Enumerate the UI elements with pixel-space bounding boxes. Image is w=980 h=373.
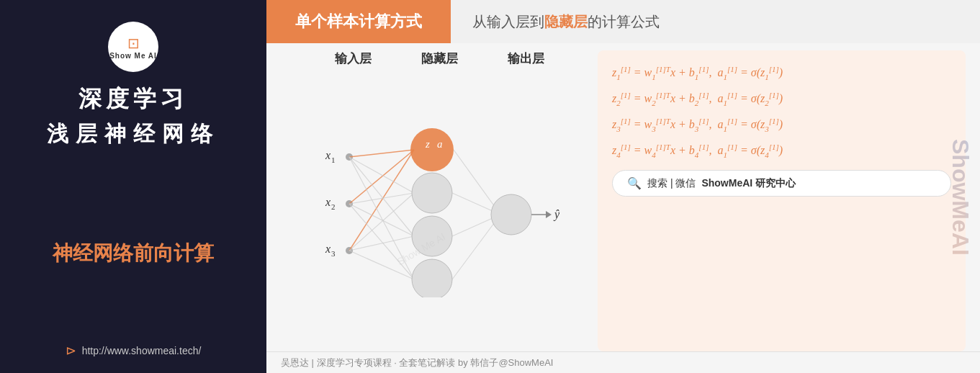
tab-inactive-prefix: 从输入层到: [472, 12, 544, 32]
nn-svg-container: x 1 x 2 x 3: [281, 67, 583, 351]
search-icon: 🔍: [627, 176, 642, 190]
tab-inactive[interactable]: 从输入层到隐藏层的计算公式: [451, 0, 980, 43]
svg-line-15: [349, 157, 414, 236]
logo-icon: ⊡: [127, 35, 140, 52]
svg-text:1: 1: [331, 156, 336, 164]
formula-line-2: z2[1] = w2[1]Tx + b2[1], a1[1] = σ(z2[1]…: [612, 89, 951, 109]
title-main: 深度学习: [78, 84, 188, 115]
formula-line-4: z4[1] = w4[1]Tx + b4[1], a1[1] = σ(z4[1]…: [612, 141, 951, 161]
label-output: 输出层: [508, 50, 544, 67]
logo-circle: ⊡ Show Me AI: [108, 22, 158, 72]
svg-text:x: x: [325, 196, 331, 208]
svg-text:ŷ: ŷ: [553, 208, 560, 221]
formula-line-1: z1[1] = w1[1]Tx + b1[1], a1[1] = σ(z1[1]…: [612, 63, 951, 84]
label-input: 输入层: [335, 50, 372, 67]
logo-area: ⊡ Show Me AI 深度学习 浅层神经网络: [47, 22, 220, 149]
title-highlight: 神经网络前向计算: [53, 240, 214, 267]
svg-line-11: [349, 150, 414, 251]
footer-text: 吴恩达 | 深度学习专项课程 · 全套笔记解读 by 韩信子@ShowMeAI: [281, 356, 553, 369]
cursor-icon: ⊳: [66, 343, 76, 359]
tab-inactive-highlight: 隐藏层: [544, 12, 588, 32]
svg-line-9: [349, 150, 414, 157]
tab-header: 单个样本计算方式 从输入层到隐藏层的计算公式: [266, 0, 980, 43]
website-text: http://www.showmeai.tech/: [82, 345, 202, 356]
right-panel: 单个样本计算方式 从输入层到隐藏层的计算公式 输入层 隐藏层 输出层 x 1 x…: [266, 0, 980, 373]
website-row[interactable]: ⊳ http://www.showmeai.tech/: [66, 343, 202, 359]
nn-labels: 输入层 隐藏层 输出层: [281, 50, 583, 67]
svg-text:2: 2: [331, 202, 336, 211]
logo-text: Show Me AI: [109, 52, 157, 60]
title-sub: 浅层神经网络: [47, 120, 220, 149]
main-content: 输入层 隐藏层 输出层 x 1 x 2 x 3: [266, 43, 980, 351]
svg-text:z: z: [425, 138, 430, 150]
svg-line-17: [349, 236, 414, 251]
tab-inactive-suffix: 的计算公式: [588, 12, 660, 32]
svg-point-26: [412, 259, 452, 297]
svg-point-31: [491, 194, 531, 235]
svg-text:x: x: [325, 243, 331, 255]
svg-text:3: 3: [331, 249, 336, 258]
left-panel: ⊡ Show Me AI 深度学习 浅层神经网络 神经网络前向计算 ⊳ http…: [0, 0, 266, 373]
nn-svg: x 1 x 2 x 3: [281, 67, 569, 297]
svg-marker-33: [546, 211, 552, 218]
svg-point-24: [412, 173, 452, 213]
search-bar[interactable]: 🔍 搜索 | 微信 ShowMeAI 研究中心: [612, 170, 951, 197]
nn-diagram: 输入层 隐藏层 输出层 x 1 x 2 x 3: [281, 50, 583, 351]
tab-active[interactable]: 单个样本计算方式: [266, 0, 451, 43]
svg-line-16: [349, 204, 414, 236]
svg-line-10: [349, 150, 414, 204]
search-label: 搜索 | 微信: [647, 177, 696, 190]
formula-line-3: z3[1] = w3[1]Tx + b3[1], a1[1] = σ(z3[1]…: [612, 115, 951, 135]
svg-point-21: [410, 128, 454, 171]
label-hidden: 隐藏层: [421, 50, 458, 67]
svg-text:a: a: [437, 138, 443, 150]
formula-box: z1[1] = w1[1]Tx + b1[1], a1[1] = σ(z1[1]…: [598, 50, 966, 351]
svg-text:x: x: [325, 149, 331, 161]
footer-bar: 吴恩达 | 深度学习专项课程 · 全套笔记解读 by 韩信子@ShowMeAI: [266, 351, 980, 373]
search-brand: ShowMeAI 研究中心: [701, 177, 796, 190]
